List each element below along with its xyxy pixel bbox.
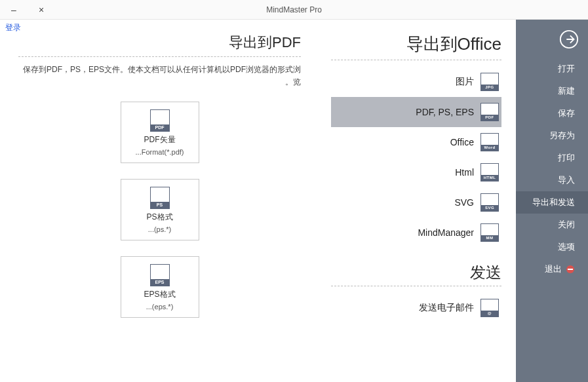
export-option-format: Format(*.pdf)... [136,148,184,156]
ps-icon: PS [150,187,170,209]
export-category[interactable]: SVGSVG [331,187,501,218]
detail-description: 保存到PDF，PS，EPS文件。使本文档可以从任何计算机以PDF浏览器的形式浏览… [18,64,301,88]
export-option[interactable]: PDFPDF矢量Format(*.pdf)... [121,102,199,163]
pdf-icon: PDF [150,109,170,132]
send-email[interactable]: @ 发送电子邮件 [331,293,501,323]
section-title-send: 发送 [331,262,501,283]
minimize-icon[interactable]: – [0,0,28,19]
export-category-label: MindManager [418,227,474,238]
export-option-format: (*.ps)... [148,225,171,233]
export-option[interactable]: EPSEPS格式(*.eps)... [121,256,199,318]
app-title: MindMaster Pro [266,5,322,14]
nav-item-label: 导出和发送 [532,197,575,208]
nav-item-label: 保存 [558,107,575,119]
nav-item[interactable]: 新建 [516,80,588,102]
eps-icon: EPS [150,264,170,286]
nav-item[interactable]: 导出和发送 [516,191,588,214]
pdf-icon: PDF [480,103,499,121]
close-icon[interactable]: × [28,0,55,19]
nav-item-label: 另存为 [549,130,575,142]
title-bar: MindMaster Pro × – [0,0,588,20]
nav-item-label: 导入 [558,174,575,186]
export-option-title: PDF矢量 [144,134,176,145]
email-icon: @ [480,299,499,317]
detail-title: 导出到PDF [18,33,301,52]
nav-item[interactable]: 关闭 [516,214,588,236]
nav-item[interactable]: 另存为 [516,124,588,147]
export-option-title: PS格式 [147,212,173,223]
export-category-label: PDF, PS, EPS [416,107,474,117]
back-button[interactable] [516,25,588,54]
mm-icon: MM [480,223,499,242]
nav-item[interactable]: 保存 [516,102,588,124]
word-icon: Word [480,133,499,151]
jpg-icon: JPG [480,73,499,91]
export-category-label: Html [455,167,474,178]
export-category-label: 图片 [456,76,474,88]
svg-icon: SVG [480,193,499,212]
nav-item[interactable]: 选项 [516,236,588,258]
export-category[interactable]: MMMindManager [331,218,501,248]
nav-item-label: 关闭 [558,219,575,231]
export-category[interactable]: PDFPDF, PS, EPS [331,97,501,127]
nav-item-label: 打开 [558,63,575,75]
export-category[interactable]: WordOffice [331,127,501,157]
exit-icon [566,265,575,274]
sidebar: 打开新建保存另存为打印导入导出和发送关闭选项退出 [516,20,588,382]
send-email-label: 发送电子邮件 [419,302,474,314]
section-title-export: 导出到Office [331,33,501,56]
export-detail: 导出到PDF 保存到PDF，PS，EPS文件。使本文档可以从任何计算机以PDF浏… [0,20,319,382]
export-option-format: (*.eps)... [146,303,174,311]
svg-rect-2 [568,269,573,270]
export-category[interactable]: JPG图片 [331,67,501,97]
login-link[interactable]: 登录 [5,22,21,33]
export-option[interactable]: PSPS格式(*.ps)... [121,179,199,240]
nav-item-label: 打印 [558,152,575,164]
export-option-title: EPS格式 [144,289,176,300]
nav-item-label: 退出 [545,263,562,275]
export-category-label: SVG [454,197,474,208]
export-categories: 导出到Office JPG图片PDFPDF, PS, EPSWordOffice… [319,20,516,382]
nav-item[interactable]: 打印 [516,147,588,169]
window-controls: × – [0,0,55,19]
export-category-label: Office [450,137,474,147]
nav-item[interactable]: 打开 [516,58,588,80]
html-icon: HTML [480,163,499,181]
nav-item[interactable]: 导入 [516,169,588,191]
nav-item[interactable]: 退出 [516,258,588,280]
nav-item-label: 新建 [558,85,575,97]
export-category[interactable]: HTMLHtml [331,157,501,187]
nav-item-label: 选项 [558,241,575,253]
